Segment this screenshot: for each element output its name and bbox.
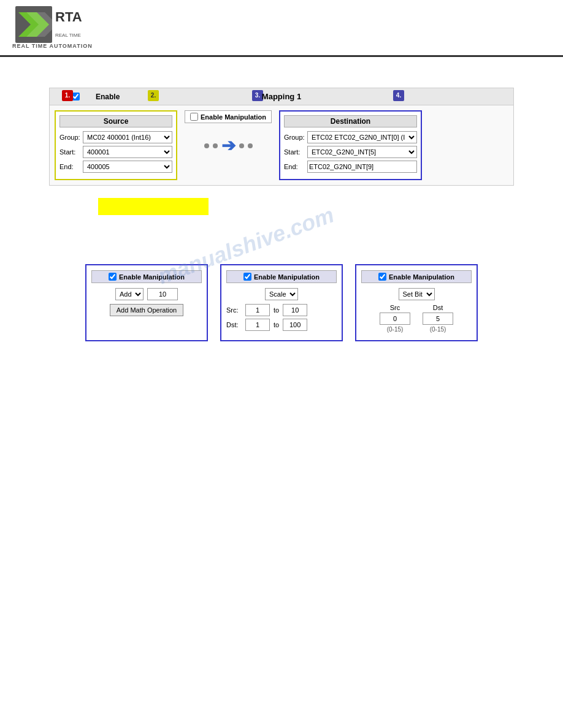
manip-2-header: Enable Manipulation: [226, 270, 337, 283]
manip-3-dst-input[interactable]: 5: [423, 313, 453, 325]
manip-2-dst-label: Dst:: [226, 321, 242, 328]
manip-3-src-range: (0-15): [387, 326, 404, 333]
dot-1: [204, 143, 209, 148]
source-start-row: Start: 400001: [59, 146, 172, 158]
manip-2-dst-from[interactable]: 1: [245, 319, 270, 331]
manip-1-op-row: Add 10: [91, 288, 202, 300]
manip-3-src-label: Src: [390, 304, 400, 311]
company-name: REAL TIME AUTOMATION: [12, 43, 93, 49]
manip-1-value-input[interactable]: 10: [147, 288, 178, 300]
source-end-label: End:: [59, 163, 83, 170]
enable-manip-checkbox[interactable]: [190, 113, 198, 121]
middle-panel: Enable Manipulation ➔: [182, 105, 274, 185]
source-group-label: Group:: [59, 134, 83, 141]
manip-3-label: Enable Manipulation: [389, 273, 454, 281]
dest-group-select[interactable]: ETC02 ETC02_G2N0_INT[0] (I: [307, 131, 417, 143]
manip-2-checkbox[interactable]: [243, 273, 251, 281]
manip-3-dst-col: Dst 5 (0-15): [423, 304, 453, 333]
manip-3-dst-label: Dst: [433, 304, 443, 311]
manip-2-dst-row: Dst: 1 to 100: [226, 319, 337, 331]
dest-end-input[interactable]: [307, 161, 417, 173]
dot-3: [239, 143, 244, 148]
dest-group-row: Group: ETC02 ETC02_G2N0_INT[0] (I: [284, 131, 417, 143]
svg-text:REAL TIME: REAL TIME: [55, 32, 81, 38]
manip-1-label: Enable Manipulation: [119, 273, 185, 281]
arrow-section: ➔: [204, 135, 253, 156]
manip-2-src-from[interactable]: 1: [245, 304, 270, 316]
dest-end-row: End:: [284, 161, 417, 173]
manip-panel-1: Enable Manipulation Add 10 Add Math Oper…: [85, 264, 208, 341]
source-panel: Source Group: MC02 400001 (Int16) Start:…: [55, 110, 177, 180]
dest-start-label: Start:: [284, 148, 307, 156]
badge-4: 4.: [393, 90, 404, 101]
dot-2: [213, 143, 218, 148]
enable-section: Enable: [72, 93, 120, 101]
manip-3-dst-range: (0-15): [430, 326, 446, 333]
dest-start-row: Start: ETC02_G2N0_INT[5]: [284, 146, 417, 158]
manip-2-src-label: Src:: [226, 306, 242, 314]
manip-1-checkbox[interactable]: [109, 273, 117, 281]
mapping-body: Source Group: MC02 400001 (Int16) Start:…: [50, 105, 513, 185]
enable-manip-label: Enable Manipulation: [201, 113, 266, 121]
manip-1-op-select[interactable]: Add: [115, 288, 144, 300]
arrow-icon: ➔: [221, 135, 236, 156]
manip-2-dst-to[interactable]: 100: [283, 319, 307, 331]
badge-2: 2.: [148, 90, 159, 101]
yellow-highlight: [98, 198, 209, 215]
dot-4: [248, 143, 253, 148]
manip-2-src-to[interactable]: 10: [283, 304, 307, 316]
dest-start-select[interactable]: ETC02_G2N0_INT[5]: [307, 146, 417, 158]
source-end-select[interactable]: 400005: [83, 161, 172, 173]
enable-manip-section: Enable Manipulation: [185, 110, 272, 123]
manip-2-label: Enable Manipulation: [254, 273, 320, 281]
source-group-row: Group: MC02 400001 (Int16): [59, 131, 172, 143]
manip-3-labels-row: Src 0 (0-15) Dst 5 (0-15): [361, 304, 472, 333]
mapping-container: 1. Enable 2. 3. Mapping 1 4.: [49, 88, 514, 186]
manip-panel-3: Enable Manipulation Set Bit Src 0 (0-15)…: [355, 264, 478, 341]
source-title: Source: [59, 115, 172, 127]
dest-end-label: End:: [284, 163, 307, 170]
manip-1-header: Enable Manipulation: [91, 270, 202, 283]
logo-container: RTA REAL TIME REAL TIME AUTOMATION: [12, 6, 93, 49]
manip-2-src-row: Src: 1 to 10: [226, 304, 337, 316]
header: RTA REAL TIME REAL TIME AUTOMATION: [0, 0, 563, 57]
enable-label: Enable: [96, 93, 120, 101]
dest-panel: Destination Group: ETC02 ETC02_G2N0_INT[…: [279, 110, 422, 180]
svg-text:RTA: RTA: [55, 9, 82, 25]
badge-1: 1.: [62, 90, 73, 101]
manip-2-dst-to-label: to: [274, 321, 279, 328]
dest-title: Destination: [284, 115, 417, 127]
manip-3-src-input[interactable]: 0: [380, 313, 410, 325]
source-start-label: Start:: [59, 148, 83, 156]
source-start-select[interactable]: 400001: [83, 146, 172, 158]
manip-2-type-row: Scale: [226, 288, 337, 300]
dest-group-label: Group:: [284, 134, 307, 141]
mapping-title: Mapping 1: [262, 92, 301, 101]
manip-3-src-col: Src 0 (0-15): [380, 304, 410, 333]
bottom-panels: Enable Manipulation Add 10 Add Math Oper…: [49, 264, 514, 341]
manip-3-type-select[interactable]: Set Bit: [399, 288, 435, 300]
main-content: 1. Enable 2. 3. Mapping 1 4.: [0, 57, 563, 360]
source-group-select[interactable]: MC02 400001 (Int16): [83, 131, 172, 143]
add-math-op-button[interactable]: Add Math Operation: [110, 304, 183, 316]
manip-3-header: Enable Manipulation: [361, 270, 472, 283]
rta-logo: RTA REAL TIME: [15, 6, 89, 43]
manip-2-type-select[interactable]: Scale: [265, 288, 298, 300]
source-end-row: End: 400005: [59, 161, 172, 173]
manip-panel-2: Enable Manipulation Scale Src: 1 to 10 D…: [220, 264, 343, 341]
manip-3-type-row: Set Bit: [361, 288, 472, 300]
manip-2-src-to-label: to: [274, 306, 279, 314]
manip-3-checkbox[interactable]: [378, 273, 386, 281]
mapping-header: 1. Enable 2. 3. Mapping 1 4.: [50, 88, 513, 105]
